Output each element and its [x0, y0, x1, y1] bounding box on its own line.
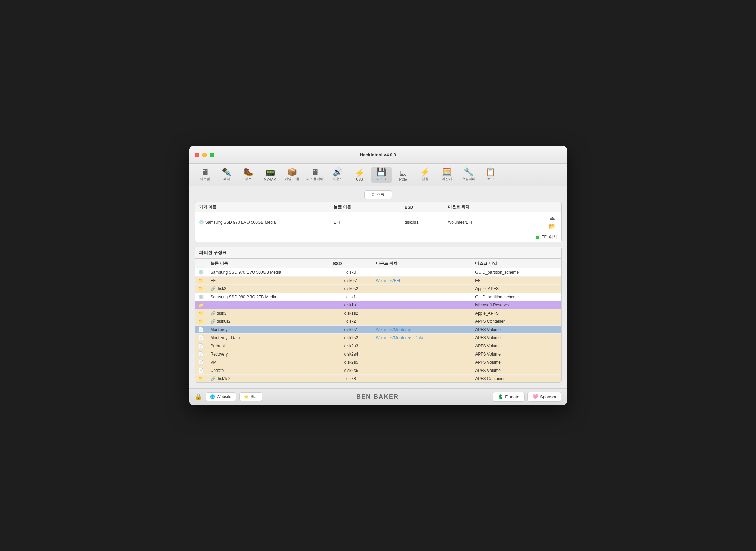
table-row[interactable]: 📄 Recovery disk2s4 APFS Volume	[195, 350, 561, 358]
cell-device: 💿 Samsung SSD 970 EVO 500GB Media	[195, 212, 330, 233]
cell-p-bsd: disk0s2	[330, 285, 372, 293]
th-actions	[543, 202, 561, 212]
toolbar-item-nvram[interactable]: 📟 NVRAM	[260, 168, 281, 183]
cell-p-mount: /Volumes/EFI	[373, 277, 472, 285]
partition-table: 볼륨 이름 BSD 마운트 위치 디스크 타입 💿 Samsung SSD 97…	[195, 259, 561, 382]
mount-link[interactable]: /Volumes/EFI	[376, 278, 400, 283]
table-row[interactable]: 💿 Samsung SSD 980 PRO 2TB Media disk1 GU…	[195, 293, 561, 301]
toolbar-item-display[interactable]: 🖥 디스플레이	[304, 167, 326, 183]
minimize-button[interactable]	[202, 153, 207, 157]
cell-p-volume: 🔗 disk3	[207, 309, 330, 317]
globe-icon: 🌐	[210, 394, 215, 399]
cell-p-bsd: disk2	[330, 317, 372, 326]
star-button[interactable]: ⭐ Star	[239, 392, 262, 401]
toolbar-label-patch: 패치	[223, 177, 230, 182]
cell-p-mount	[373, 285, 472, 293]
table-row[interactable]: 💿 Samsung SSD 970 EVO 500GB Media EFI di…	[195, 212, 561, 233]
usb-icon: ⚡	[354, 169, 365, 177]
toolbar-item-usb[interactable]: ⚡ USB	[349, 168, 370, 183]
toolbar-item-boot[interactable]: 🥾 부트	[238, 167, 259, 183]
footer-left: 🔒 🌐 Website ⭐ Star	[195, 392, 262, 401]
website-button[interactable]: 🌐 Website	[206, 392, 236, 401]
toolbar-item-power[interactable]: ⚡ 전원	[415, 167, 435, 183]
toolbar-item-system[interactable]: 🖥 시스템	[195, 167, 215, 183]
table-row[interactable]: 💿 Samsung SSD 970 EVO 500GB Media disk0 …	[195, 268, 561, 277]
cell-p-type: APFS Volume	[472, 366, 561, 375]
toolbar-label-sound: 사운드	[333, 177, 343, 182]
patch-icon: ✒️	[222, 168, 232, 176]
eject-button[interactable]: ⏏	[548, 215, 556, 222]
cell-p-volume: 🔗 disk2	[207, 285, 330, 293]
cell-p-icon: 💿	[195, 293, 207, 301]
mount-link[interactable]: /Volumes/Monterey	[376, 327, 411, 332]
cell-p-volume: Preboot	[207, 342, 330, 350]
table-row[interactable]: 📄 VM disk2s5 APFS Volume	[195, 358, 561, 366]
cell-p-bsd: disk1s1	[330, 301, 372, 309]
table-row[interactable]: 📄 Update disk2s6 APFS Volume	[195, 366, 561, 375]
toolbar-item-patch[interactable]: ✒️ 패치	[216, 167, 237, 183]
toolbar-item-pcie[interactable]: 🗂 PCIe	[393, 168, 413, 183]
cell-p-mount	[373, 366, 472, 375]
cell-p-volume: 🔗 disk1s2	[207, 375, 330, 383]
cell-p-mount	[373, 309, 472, 317]
table-row[interactable]: 📁 🔗 disk1s2 disk3 APFS Container	[195, 375, 561, 383]
th-device: 기기 이름	[195, 202, 330, 212]
cell-volume: EFI	[330, 212, 400, 233]
table-row[interactable]: 📄 Preboot disk2s3 APFS Volume	[195, 342, 561, 350]
cell-p-type: APFS Volume	[472, 334, 561, 342]
table-row[interactable]: 📁 🔗 disk2 disk0s2 Apple_APFS	[195, 285, 561, 293]
table-row[interactable]: 📁 disk1s1 Microsoft Reserved	[195, 301, 561, 309]
footer: 🔒 🌐 Website ⭐ Star BEN BAKER 💲 Donate 🩷 …	[189, 388, 567, 405]
utility-icon: 🔧	[464, 168, 474, 176]
toolbar-label-power: 전원	[422, 177, 428, 182]
toolbar-item-kext[interactable]: 📦 커널 모듈	[282, 167, 302, 183]
cell-p-icon: 📁	[195, 375, 207, 383]
sponsor-button[interactable]: 🩷 Sponsor	[527, 392, 561, 402]
maximize-button[interactable]	[210, 153, 214, 157]
open-button[interactable]: 📂	[547, 222, 557, 230]
table-row[interactable]: 📁 EFI disk0s1 /Volumes/EFI EFI	[195, 277, 561, 285]
cell-p-bsd: disk2s4	[330, 350, 372, 358]
cell-p-volume: Samsung SSD 970 EVO 500GB Media	[207, 268, 330, 277]
titlebar: Hackintool v4.0.3	[189, 146, 567, 164]
th-bsd: BSD	[400, 202, 443, 212]
cell-p-type: Microsoft Reserved	[472, 301, 561, 309]
cell-p-icon: 📁	[195, 317, 207, 326]
partition-section: 파티션 구성표 볼륨 이름 BSD 마운트 위치 디스크 타입 💿 Samsun…	[195, 247, 562, 383]
cell-p-icon: 📁	[195, 277, 207, 285]
boot-icon: 🥾	[243, 168, 254, 176]
table-row[interactable]: 📄 Monterey disk2s1 /Volumes/Monterey APF…	[195, 326, 561, 334]
cell-p-volume: VM	[207, 358, 330, 366]
cell-p-volume: Update	[207, 366, 330, 375]
toolbar-item-calculator[interactable]: 🧮 계산기	[437, 167, 457, 183]
toolbar-item-utility[interactable]: 🔧 유틸리티	[458, 167, 479, 183]
cell-p-icon: 📄	[195, 358, 207, 366]
donate-button[interactable]: 💲 Donate	[493, 392, 525, 402]
toolbar-item-disk[interactable]: 💾 디스크	[371, 167, 392, 183]
table-row[interactable]: 📁 🔗 disk3 disk1s2 Apple_APFS	[195, 309, 561, 317]
table-row[interactable]: 📁 🔗 disk0s2 disk2 APFS Container	[195, 317, 561, 326]
lock-icon: 🔒	[195, 393, 202, 400]
mount-link[interactable]: /Volumes/Monterey - Data	[376, 335, 423, 340]
cell-p-bsd: disk1s2	[330, 309, 372, 317]
cell-p-type: APFS Volume	[472, 326, 561, 334]
cell-p-bsd: disk2s5	[330, 358, 372, 366]
cell-p-type: Apple_APFS	[472, 309, 561, 317]
cell-p-type: APFS Container	[472, 375, 561, 383]
cell-p-volume: 🔗 disk0s2	[207, 317, 330, 326]
cell-p-volume	[207, 301, 330, 309]
th-mount: 마운트 위치	[444, 202, 544, 212]
kext-icon: 📦	[287, 168, 297, 176]
cell-p-type: GUID_partition_scheme	[472, 268, 561, 277]
display-icon: 🖥	[311, 168, 319, 176]
table-row[interactable]: 📄 Monterey - Data disk2s2 /Volumes/Monte…	[195, 334, 561, 342]
toolbar-item-sound[interactable]: 🔊 사운드	[328, 167, 348, 183]
cell-p-bsd: disk0s1	[330, 277, 372, 285]
toolbar-label-display: 디스플레이	[306, 177, 323, 182]
close-button[interactable]	[195, 153, 199, 157]
cell-p-mount	[373, 358, 472, 366]
cell-p-mount	[373, 375, 472, 383]
log-icon: 📋	[485, 168, 496, 176]
toolbar-item-log[interactable]: 📋 로그	[480, 167, 501, 183]
cell-p-mount: /Volumes/Monterey - Data	[373, 334, 472, 342]
